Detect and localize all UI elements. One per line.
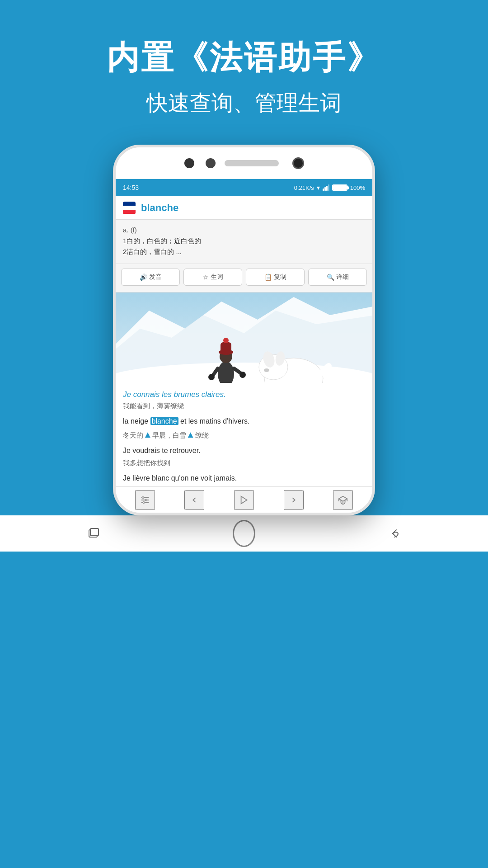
back-button[interactable] [383,522,406,545]
svg-point-12 [239,372,246,378]
copy-button[interactable]: 📋 复制 [246,269,305,286]
phone-top-hardware [116,147,372,179]
sentence-2-chinese: 冬天的▲早晨，白雪▲缭绕 [123,429,365,440]
status-right: 0.21K/s ▾ 100% [294,184,365,191]
search-word-display: blanche [141,202,178,214]
phone-speaker [225,160,279,166]
definition-line-2: 2洁白的，雪白的 ... [123,246,365,257]
battery-percent: 100% [350,184,365,191]
highlighted-word[interactable]: blanche [150,417,178,425]
sentence-2-after: et les matins d'hivers. [178,417,250,425]
status-speed: 0.21K/s [294,184,314,191]
sentence-3-french: Je voudrais te retrouver. [123,445,365,456]
pronunciation-icon: 🔊 [140,274,147,281]
selection-handle-right: ▲ [186,429,195,439]
detail-button[interactable]: 🔍 详细 [308,269,367,286]
pronunciation-label: 发音 [149,273,162,281]
wifi-icon: ▾ [317,184,320,191]
sentence-3-chinese: 我多想把你找到 [123,459,365,467]
sentence-1-chinese: 我能看到，薄雾缭绕 [123,402,365,410]
detail-icon: 🔍 [327,274,334,281]
svg-point-29 [143,501,145,503]
sentence-1-french: Je connais les brumes claires. [123,390,365,399]
status-bar: 14:53 0.21K/s ▾ 100% [116,179,372,196]
svg-point-27 [142,496,144,498]
definition-area: a. (f) 1白的，白色的；近白色的 2洁白的，雪白的 ... [116,220,372,264]
phone-mockup: 14:53 0.21K/s ▾ 100% blanche a. ( [113,145,375,515]
french-flag-icon [123,202,136,214]
action-buttons-row: 🔊 发音 ☆ 生词 📋 复制 🔍 详细 [116,264,372,292]
copy-label: 复制 [274,273,286,281]
svg-rect-32 [90,528,99,536]
svg-rect-7 [221,342,231,353]
battery-icon [332,184,347,191]
vocabulary-button[interactable]: ☆ 生词 [183,269,242,286]
definition-pos: a. (f) [123,226,365,234]
play-nav-button[interactable] [234,490,254,510]
front-camera-right [292,157,304,169]
selection-handle-left: ▲ [143,429,152,439]
vocabulary-label: 生词 [211,273,223,281]
front-camera-left2 [206,158,216,168]
status-time: 14:53 [123,184,139,191]
previous-nav-button[interactable] [184,490,204,510]
sentence-4-french: Je lièvre blanc qu'on ne voit jamais. [123,473,365,484]
svg-point-8 [223,338,229,343]
next-nav-button[interactable] [284,490,304,510]
android-nav-bar [0,515,488,552]
content-area: Je connais les brumes claires. 我能看到，薄雾缭绕… [116,383,372,484]
pronunciation-button[interactable]: 🔊 发音 [121,269,180,286]
svg-point-11 [208,374,215,380]
signal-bars [323,184,329,191]
detail-label: 详细 [336,273,349,281]
home-button[interactable] [233,522,255,545]
svg-point-28 [145,499,147,501]
scene-image [116,292,372,383]
svg-marker-30 [241,496,247,504]
bottom-nav [116,486,372,513]
settings-nav-button[interactable] [135,490,155,510]
sentence-2-before: la neige [123,417,150,425]
definition-line-1: 1白的，白色的；近白色的 [123,236,365,246]
front-camera-left [184,158,194,168]
svg-point-19 [264,368,269,372]
search-bar[interactable]: blanche [116,196,372,220]
star-icon: ☆ [203,274,209,281]
copy-icon: 📋 [264,274,272,281]
page-title: 内置《法语助手》 [107,36,381,80]
recent-apps-button[interactable] [82,522,105,545]
sentence-2-line: la neige blanche et les matins d'hivers. [123,416,365,427]
page-subtitle: 快速查询、管理生词 [146,89,342,118]
learn-nav-button[interactable] [333,490,353,510]
